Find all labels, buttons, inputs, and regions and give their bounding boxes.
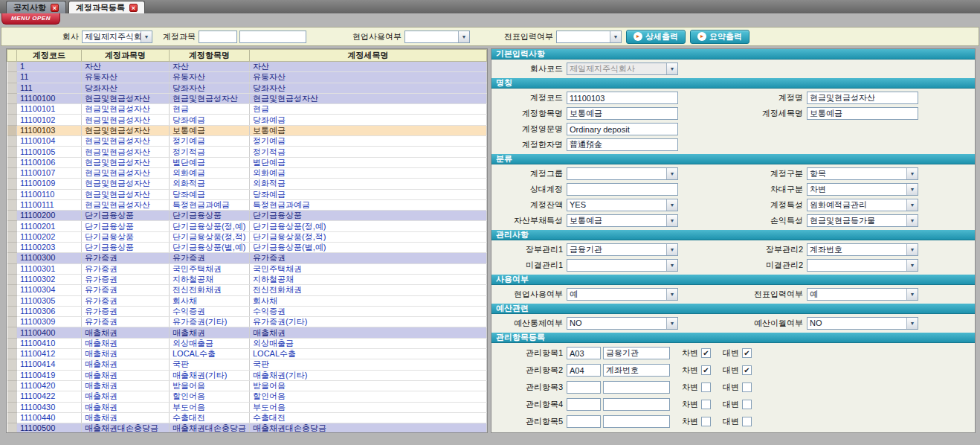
row-selector[interactable] — [7, 93, 17, 103]
row-selector[interactable] — [7, 231, 17, 242]
table-row[interactable]: 11100414매출채권국판국판 — [7, 359, 487, 370]
table-row[interactable]: 11100410매출채권외상매출금외상매출금 — [7, 338, 487, 348]
credit-checkbox[interactable] — [742, 417, 752, 426]
row-selector[interactable] — [7, 115, 17, 125]
table-row[interactable]: 11100430매출채권부도어음부도어음 — [7, 402, 487, 412]
mgmt-item-name-input[interactable] — [603, 432, 670, 433]
english-name-input[interactable] — [567, 123, 678, 135]
table-row[interactable]: 11100419매출채권매출채권(기타)매출채권(기타) — [7, 370, 487, 380]
table-row[interactable]: 11100107현금및현금성자산외화예금외화예금 — [7, 167, 487, 178]
row-selector[interactable] — [7, 147, 17, 157]
debit-checkbox[interactable]: ✔ — [701, 348, 711, 358]
table-row[interactable]: 11100422매출채권할인어음할인어음 — [7, 391, 487, 402]
row-selector[interactable] — [7, 380, 17, 391]
table-row[interactable]: 11100102현금및현금성자산당좌예금당좌예금 — [7, 115, 487, 125]
table-row[interactable]: 11100203단기금융상품단기금융상품(별,예)단기금융상품(별,예) — [7, 243, 487, 253]
ledger2-select[interactable]: 계좌번호 ▼ — [807, 243, 918, 256]
table-row[interactable]: 11100304유가증권전신전화채권전신전화채권 — [7, 285, 487, 295]
table-row[interactable]: 11100101현금및현금성자산현금현금 — [7, 104, 487, 115]
asset-trait-select[interactable]: 보통예금 ▼ — [567, 214, 678, 227]
mgmt-item-code-input[interactable] — [567, 432, 601, 433]
table-row[interactable]: 11100302유가증권지하철공채지하철공채 — [7, 274, 487, 284]
mgmt-item-code-input[interactable] — [567, 347, 601, 359]
table-row[interactable]: 11100500매출채권대손충당금매출채권대손충당금매출채권대손충당금 — [7, 423, 487, 433]
table-row[interactable]: 11100305유가증권회사채회사채 — [7, 295, 487, 306]
row-selector[interactable] — [7, 157, 17, 167]
table-row[interactable]: 11100100현금및현금성자산현금및현금성자산현금및현금성자산 — [7, 93, 487, 103]
debit-checkbox[interactable] — [701, 400, 711, 409]
credit-checkbox[interactable] — [742, 382, 752, 392]
debit-credit-select[interactable]: 차변 ▼ — [807, 183, 918, 196]
row-selector[interactable] — [7, 412, 17, 423]
table-row[interactable]: 11100104현금및현금성자산정기예금정기예금 — [7, 136, 487, 147]
credit-checkbox[interactable]: ✔ — [742, 348, 752, 358]
mgmt-item-code-input[interactable] — [567, 381, 601, 394]
table-row[interactable]: 11100300유가증권유가증권유가증권 — [7, 253, 487, 263]
tab-close-icon[interactable]: × — [129, 4, 138, 12]
row-selector[interactable] — [7, 83, 17, 93]
mgmt-item-name-input[interactable] — [603, 364, 670, 377]
mgmt-item-name-input[interactable] — [603, 398, 670, 411]
summary-print-button[interactable]: ▸ 요약출력 — [690, 30, 749, 44]
row-selector[interactable] — [7, 62, 17, 72]
table-row[interactable]: 11100103현금및현금성자산보통예금보통예금 — [7, 125, 487, 135]
row-selector[interactable] — [7, 306, 17, 316]
counter-account-input[interactable] — [567, 183, 678, 196]
row-selector[interactable] — [7, 295, 17, 306]
pending2-select[interactable]: ▼ — [807, 259, 918, 272]
account-group-select[interactable]: ▼ — [567, 167, 678, 180]
table-row[interactable]: 11100412매출채권LOCAL수출LOCAL수출 — [7, 349, 487, 359]
row-selector[interactable] — [7, 370, 17, 380]
company-select[interactable]: 제일제지주식회사 ▼ — [82, 31, 152, 43]
table-row[interactable]: 11100110현금및현금성자산당좌예금당좌예금 — [7, 189, 487, 199]
table-row[interactable]: 11100105현금및현금성자산정기적금정기적금 — [7, 147, 487, 157]
pending1-select[interactable]: ▼ — [567, 259, 678, 272]
row-selector[interactable] — [7, 391, 17, 402]
mgmt-item-code-input[interactable] — [567, 398, 601, 411]
row-selector[interactable] — [7, 167, 17, 178]
row-selector[interactable] — [7, 349, 17, 359]
account-code-search-input[interactable] — [199, 31, 237, 43]
account-balance-select[interactable]: YES ▼ — [567, 199, 678, 211]
row-selector[interactable] — [7, 338, 17, 348]
table-row[interactable]: 11100201단기금융상품단기금융상품(정,예)단기금융상품(정,예) — [7, 221, 487, 231]
tab-close-icon[interactable]: × — [51, 4, 59, 12]
table-row[interactable]: 11100202단기금융상품단기금융상품(정,적)단기금융상품(정,적) — [7, 231, 487, 242]
table-row[interactable]: 11100106현금및현금성자산별단예금별단예금 — [7, 157, 487, 167]
credit-checkbox[interactable]: ✔ — [742, 365, 752, 375]
row-selector[interactable] — [7, 285, 17, 295]
account-division-select[interactable]: 항목 ▼ — [807, 167, 918, 180]
row-selector[interactable] — [7, 327, 17, 338]
row-selector[interactable] — [7, 423, 17, 433]
row-selector[interactable] — [7, 253, 17, 263]
table-row[interactable]: 11100301유가증권국민주택채권국민주택채권 — [7, 263, 487, 274]
debit-checkbox[interactable]: ✔ — [701, 365, 711, 375]
budget-control-select[interactable]: NO ▼ — [567, 317, 678, 330]
ledger1-select[interactable]: 금융기관 ▼ — [567, 243, 678, 256]
table-row[interactable]: 11100440매출채권수출대전수출대전 — [7, 412, 487, 423]
table-row[interactable]: 11100306유가증권수익증권수익증권 — [7, 306, 487, 316]
row-selector[interactable] — [7, 189, 17, 199]
detail-print-button[interactable]: ▸ 상세출력 — [626, 30, 686, 44]
mgmt-item-code-input[interactable] — [567, 364, 601, 377]
credit-checkbox[interactable] — [742, 400, 752, 409]
row-selector[interactable] — [7, 179, 17, 189]
row-selector[interactable] — [7, 274, 17, 284]
menu-open-button[interactable]: MENU OPEN — [1, 13, 60, 25]
row-selector[interactable] — [7, 359, 17, 370]
table-row[interactable]: 11100420매출채권받을어음받을어음 — [7, 380, 487, 391]
item-name-input[interactable] — [567, 107, 678, 120]
field-use-select[interactable]: 예 ▼ — [567, 288, 678, 301]
account-code-input[interactable] — [567, 92, 678, 104]
tab-account-registration[interactable]: 계정과목등록 × — [68, 1, 145, 13]
account-name-search-input[interactable] — [239, 31, 306, 43]
table-row[interactable]: 111당좌자산당좌자산당좌자산 — [7, 83, 487, 93]
tab-notice[interactable]: 공지사항 × — [6, 1, 66, 13]
account-trait-select[interactable]: 원화예적금관리 ▼ — [807, 199, 918, 211]
table-row[interactable]: 11100200단기금융상품단기금융상품단기금융상품 — [7, 211, 487, 221]
row-selector[interactable] — [7, 72, 17, 83]
mgmt-item-name-input[interactable] — [603, 381, 670, 394]
table-row[interactable]: 11100111현금및현금성자산특정현금과예금특정현금과예금 — [7, 199, 487, 210]
row-selector[interactable] — [7, 263, 17, 274]
row-selector[interactable] — [7, 125, 17, 135]
